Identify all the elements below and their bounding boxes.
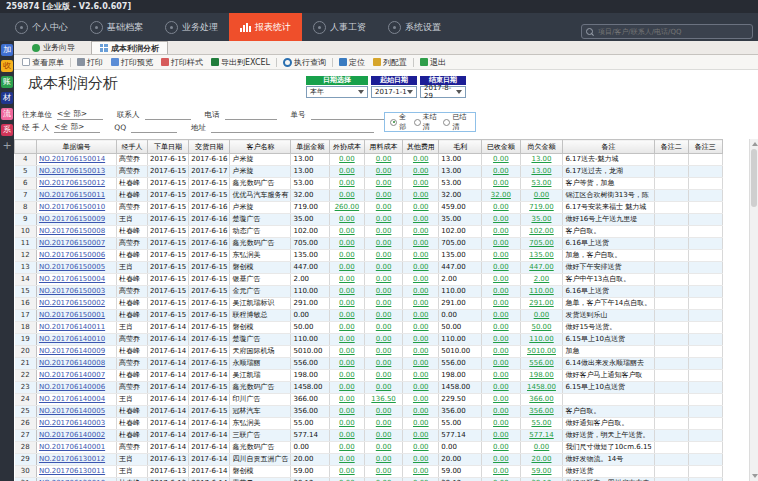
amount-link[interactable]: 0.00 [364,298,402,310]
amount-link[interactable]: 59.00 [520,466,563,478]
doc-number-link[interactable]: NO.201706150010 [37,202,117,214]
amount-link[interactable]: 0.00 [329,238,364,250]
toolbar-column-config-button[interactable]: 列配置 [369,57,411,68]
toolbar-print-style-button[interactable]: 打印样式 [157,57,207,68]
amount-link[interactable]: 0.00 [329,322,364,334]
amount-link[interactable]: 0.00 [364,226,402,238]
amount-link[interactable]: 0.00 [364,430,402,442]
amount-link[interactable]: 0.00 [364,274,402,286]
amount-link[interactable]: 577.14 [520,430,563,442]
doc-number-link[interactable]: NO.201706140002 [37,430,117,442]
column-header[interactable]: 单据编号 [37,140,117,154]
amount-link[interactable]: 0.00 [403,298,439,310]
scroll-up-icon[interactable] [752,142,758,146]
amount-link[interactable]: 0.00 [329,370,364,382]
amount-link[interactable]: 0.00 [364,286,402,298]
amount-link[interactable]: 0.00 [364,166,402,178]
doc-number-link[interactable]: NO.201706140005 [37,406,117,418]
doc-number-link[interactable]: NO.201706130012 [37,454,117,466]
doc-number-link[interactable]: NO.201706150014 [37,154,117,166]
nav-item-hr-payroll[interactable]: 人事工资 [302,13,377,41]
amount-link[interactable]: 0.00 [482,250,520,262]
sidebar-item-xi[interactable]: 系 [1,124,13,136]
amount-link[interactable]: 0.00 [364,154,402,166]
column-header[interactable]: 尚欠金额 [520,140,563,154]
amount-link[interactable]: 0.00 [482,418,520,430]
amount-link[interactable]: 0.00 [364,178,402,190]
amount-link[interactable]: 0.00 [482,478,520,481]
amount-link[interactable]: 198.00 [520,370,563,382]
amount-link[interactable]: 0.00 [403,454,439,466]
vertical-scrollbar[interactable] [749,139,758,481]
amount-link[interactable]: 0.00 [329,334,364,346]
amount-link[interactable]: 0.00 [364,346,402,358]
amount-link[interactable]: 0.00 [482,214,520,226]
amount-link[interactable]: 0.00 [482,394,520,406]
amount-link[interactable]: 20.00 [520,454,563,466]
scroll-down-icon[interactable] [752,474,758,478]
sidebar-item-cai[interactable]: 材 [1,92,13,104]
toolbar-export-excel-button[interactable]: 导出到EXCEL [207,57,274,68]
amount-link[interactable]: 0.00 [482,262,520,274]
amount-link[interactable]: 0.00 [364,262,402,274]
date-filter-select[interactable]: 本年 [306,86,368,98]
amount-link[interactable]: 13.00 [520,154,563,166]
radio-option-0[interactable]: 全部 [390,112,411,132]
amount-link[interactable]: 0.00 [482,406,520,418]
tab-business-wizard[interactable]: 业务向导 [24,41,83,54]
amount-link[interactable]: 0.00 [403,370,439,382]
amount-link[interactable]: 0.00 [329,214,364,226]
amount-link[interactable]: 5010.00 [520,346,563,358]
sidebar-item-jia[interactable]: 加 [1,44,13,56]
amount-link[interactable]: 260.00 [329,202,364,214]
amount-link[interactable]: 0.00 [482,454,520,466]
amount-link[interactable]: 0.00 [329,358,364,370]
amount-link[interactable]: 0.00 [364,214,402,226]
amount-link[interactable]: 0.00 [403,334,439,346]
column-header[interactable]: 单据金额 [291,140,329,154]
amount-link[interactable]: 447.00 [520,262,563,274]
doc-number-link[interactable]: NO.201706150007 [37,238,117,250]
doc-number-link[interactable]: NO.201706140010 [37,334,117,346]
amount-link[interactable]: 0.00 [329,454,364,466]
amount-link[interactable]: 0.00 [482,382,520,394]
column-header[interactable]: 备注三 [688,140,722,154]
amount-link[interactable]: 0.00 [520,442,563,454]
toolbar-run-query-button[interactable]: 执行查询 [279,57,330,68]
amount-link[interactable]: 0.00 [329,298,364,310]
amount-link[interactable]: 0.00 [403,406,439,418]
filter-input[interactable]: <全 部> [54,121,100,133]
amount-link[interactable]: 0.00 [403,346,439,358]
column-header[interactable]: 用料成本 [364,140,402,154]
doc-number-link[interactable]: NO.201706140003 [37,418,117,430]
scroll-thumb[interactable] [751,149,757,207]
filter-input[interactable] [225,108,277,120]
amount-link[interactable]: 0.00 [482,166,520,178]
doc-number-link[interactable]: NO.201706140001 [37,442,117,454]
amount-link[interactable]: 0.00 [520,310,563,322]
doc-number-link[interactable]: NO.201706130011 [37,466,117,478]
amount-link[interactable]: 0.00 [403,202,439,214]
amount-link[interactable]: 0.00 [482,274,520,286]
nav-item-system-settings[interactable]: 系统设置 [377,13,452,41]
nav-item-report-stats[interactable]: 报表统计 [229,13,302,41]
amount-link[interactable]: 0.00 [403,466,439,478]
amount-link[interactable]: 0.00 [482,178,520,190]
doc-number-link[interactable]: NO.201706150005 [37,262,117,274]
amount-link[interactable]: 0.00 [329,310,364,322]
amount-link[interactable]: 55.00 [520,418,563,430]
sidebar-item-zhang[interactable]: 账 [1,76,13,88]
amount-link[interactable]: 0.00 [364,202,402,214]
amount-link[interactable]: 0.00 [482,298,520,310]
amount-link[interactable]: 0.00 [329,466,364,478]
amount-link[interactable]: 0.00 [329,226,364,238]
doc-number-link[interactable]: NO.201706150012 [37,178,117,190]
toolbar-exit-button[interactable]: 退出 [416,57,450,68]
amount-link[interactable]: 110.00 [520,286,563,298]
doc-number-link[interactable]: NO.201706150006 [37,250,117,262]
nav-item-personal-center[interactable]: 个人中心 [4,13,79,41]
amount-link[interactable]: 32.00 [482,190,520,202]
radio-option-2[interactable]: 已结清 [443,112,470,132]
amount-link[interactable]: 0.00 [403,238,439,250]
amount-link[interactable]: 0.00 [403,310,439,322]
